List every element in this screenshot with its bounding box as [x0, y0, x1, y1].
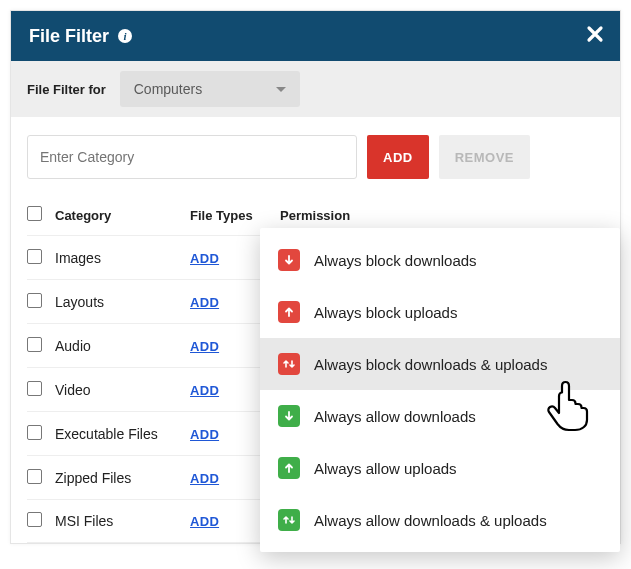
row-category: Zipped Files	[55, 470, 190, 486]
col-permission: Permission	[280, 208, 604, 223]
close-icon[interactable]	[586, 25, 604, 47]
menu-item-label: Always allow downloads	[314, 408, 476, 425]
row-checkbox[interactable]	[27, 512, 42, 527]
perm-allow-downloads[interactable]: Always allow downloads	[260, 390, 620, 442]
row-category: Images	[55, 250, 190, 266]
titlebar: File Filter i	[11, 11, 620, 61]
row-category: Executable Files	[55, 426, 190, 442]
add-file-types-link[interactable]: ADD	[190, 514, 219, 529]
filter-scope-value: Computers	[134, 81, 202, 97]
add-file-types-link[interactable]: ADD	[190, 339, 219, 354]
add-file-types-link[interactable]: ADD	[190, 383, 219, 398]
title-wrap: File Filter i	[29, 26, 133, 47]
panel-title: File Filter	[29, 26, 109, 47]
row-checkbox[interactable]	[27, 425, 42, 440]
row-category: Video	[55, 382, 190, 398]
remove-button: REMOVE	[439, 135, 530, 179]
row-category: Audio	[55, 338, 190, 354]
add-button[interactable]: ADD	[367, 135, 429, 179]
row-checkbox[interactable]	[27, 469, 42, 484]
filter-for-label: File Filter for	[27, 82, 106, 97]
row-checkbox[interactable]	[27, 249, 42, 264]
add-file-types-link[interactable]: ADD	[190, 251, 219, 266]
row-category: Layouts	[55, 294, 190, 310]
row-checkbox[interactable]	[27, 381, 42, 396]
col-file-types: File Types	[190, 208, 280, 223]
perm-block-downloads[interactable]: Always block downloads	[260, 234, 620, 286]
filter-for-bar: File Filter for Computers	[11, 61, 620, 117]
add-file-types-link[interactable]: ADD	[190, 471, 219, 486]
arrow-up-icon	[278, 301, 300, 323]
action-bar: ADD REMOVE	[11, 117, 620, 189]
category-input[interactable]	[27, 135, 357, 179]
info-icon[interactable]: i	[117, 28, 133, 44]
menu-item-label: Always allow downloads & uploads	[314, 512, 547, 529]
chevron-down-icon	[276, 87, 286, 92]
perm-allow-both[interactable]: Always allow downloads & uploads	[260, 494, 620, 546]
filter-scope-select[interactable]: Computers	[120, 71, 300, 107]
menu-item-label: Always block uploads	[314, 304, 457, 321]
col-category: Category	[55, 208, 190, 223]
menu-item-label: Always block downloads & uploads	[314, 356, 547, 373]
row-checkbox[interactable]	[27, 293, 42, 308]
row-category: MSI Files	[55, 513, 190, 529]
arrows-updown-icon	[278, 509, 300, 531]
menu-item-label: Always allow uploads	[314, 460, 457, 477]
perm-allow-uploads[interactable]: Always allow uploads	[260, 442, 620, 494]
arrow-down-icon	[278, 405, 300, 427]
permission-menu: Always block downloads Always block uplo…	[260, 228, 620, 552]
add-file-types-link[interactable]: ADD	[190, 295, 219, 310]
select-all-checkbox[interactable]	[27, 206, 42, 221]
add-file-types-link[interactable]: ADD	[190, 427, 219, 442]
perm-block-uploads[interactable]: Always block uploads	[260, 286, 620, 338]
arrow-down-icon	[278, 249, 300, 271]
row-checkbox[interactable]	[27, 337, 42, 352]
arrow-up-icon	[278, 457, 300, 479]
perm-block-both[interactable]: Always block downloads & uploads	[260, 338, 620, 390]
menu-item-label: Always block downloads	[314, 252, 477, 269]
arrows-updown-icon	[278, 353, 300, 375]
